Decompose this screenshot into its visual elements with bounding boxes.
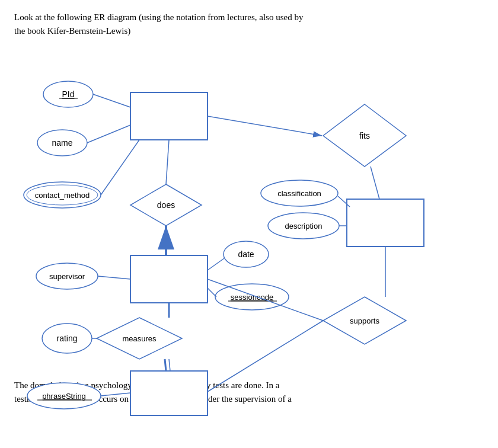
date-label: date [238, 249, 254, 259]
phrase-entity [130, 371, 208, 415]
entity1-fits-line [208, 116, 322, 136]
classification-label: classification [277, 189, 321, 198]
supervisor-line [98, 276, 130, 279]
supervisor-label: supervisor [49, 272, 85, 281]
measures-entity3-line [165, 359, 166, 371]
fits-label: fits [359, 131, 370, 140]
supports-label: supports [350, 316, 379, 325]
description-label: description [285, 222, 323, 231]
intro-text: Look at the following ER diagram (using … [14, 11, 484, 37]
test-entity [347, 199, 424, 247]
session-entity [130, 255, 208, 303]
person-entity [130, 92, 208, 140]
er-diagram: PId name contact_method fits does [15, 48, 483, 368]
pid-line [93, 94, 130, 107]
diagram-svg: PId name contact_method fits does [15, 48, 483, 368]
fits-entity4-line [371, 167, 379, 199]
sessioncode-line [208, 288, 216, 297]
date-line [208, 258, 224, 270]
contact-method-line [101, 140, 139, 195]
contact-method-label: contact_method [35, 191, 90, 200]
measures-label: measures [122, 334, 157, 343]
does-label: does [157, 200, 175, 210]
name-label: name [52, 138, 72, 148]
pid-label: PId [62, 89, 74, 99]
does-entity1-line [166, 140, 169, 184]
phrasestring-label: phraseString [42, 392, 86, 401]
rating-label: rating [56, 334, 77, 343]
name-line [87, 125, 130, 143]
measures-entity3-line2 [169, 359, 170, 371]
